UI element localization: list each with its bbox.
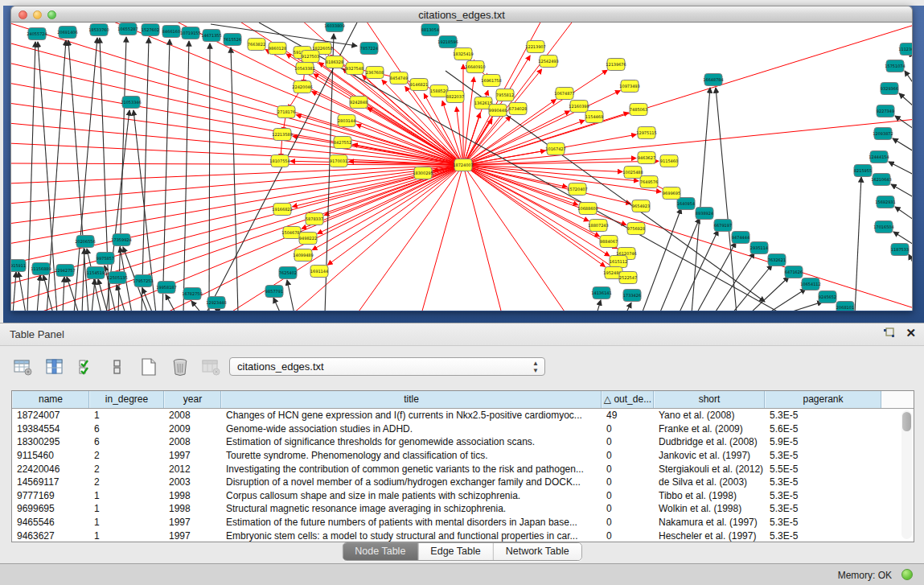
new-table-icon[interactable]	[137, 356, 161, 378]
table-cell[interactable]: 2003	[164, 476, 221, 488]
graph-node[interactable]: 19166822	[272, 204, 292, 216]
network-canvas-container[interactable]: 2405572420691406185337601065528715276028…	[10, 23, 913, 311]
table-cell[interactable]: 1997	[164, 450, 221, 461]
column-visibility-icon[interactable]	[74, 356, 98, 378]
graph-node[interactable]: 2803144	[338, 115, 355, 127]
graph-node[interactable]: 2367608	[366, 67, 384, 79]
column-header-year[interactable]: year	[164, 391, 221, 408]
graph-node[interactable]: 2522547	[619, 272, 637, 284]
graph-node[interactable]: 7485063	[630, 104, 647, 116]
table-row[interactable]: 1938455462009Genome-wide association stu…	[12, 422, 914, 436]
graph-node[interactable]: 12213589	[272, 129, 292, 141]
table-cell[interactable]: 5.3E-5	[765, 490, 881, 501]
graph-node[interactable]: 10655287	[117, 23, 138, 35]
graph-node[interactable]: 9146821	[410, 79, 428, 91]
table-cell[interactable]: Embryonic stem cells: a model to study s…	[221, 530, 602, 542]
table-cell[interactable]: 5.3E-5	[765, 450, 881, 461]
table-row[interactable]: 946554611997Estimation of the future num…	[12, 516, 914, 529]
graph-node[interactable]: 16961758	[481, 75, 501, 87]
table-cell[interactable]: Dudbridge et al. (2008)	[654, 436, 765, 447]
table-cell[interactable]: 2	[89, 476, 164, 488]
table-cell[interactable]: 5.9E-5	[765, 436, 881, 447]
table-cell[interactable]: 1	[89, 530, 164, 542]
table-cell[interactable]: 5.5E-5	[765, 463, 881, 475]
graph-node[interactable]: 9498222	[299, 233, 317, 245]
graph-node[interactable]: 1691144	[310, 266, 328, 278]
table-cell[interactable]: 0	[602, 423, 654, 435]
graph-node[interactable]: 9227349	[877, 105, 894, 117]
graph-node[interactable]: 17016504	[873, 221, 893, 233]
table-row[interactable]: 977716911998Corpus callosum shape and si…	[12, 489, 914, 503]
table-row[interactable]: 969969511998Structural magnetic resonanc…	[12, 502, 914, 516]
graph-node[interactable]: 18107554	[269, 155, 290, 167]
table-cell[interactable]: 0	[602, 463, 654, 475]
graph-node[interactable]: 16648784	[703, 74, 723, 86]
table-cell[interactable]: 5.3E-5	[765, 476, 881, 488]
graph-node[interactable]: 9884067	[600, 236, 618, 248]
close-panel-icon[interactable]: ✕	[906, 327, 916, 340]
table-cell[interactable]: 0	[602, 476, 654, 488]
network-window-titlebar[interactable]: citations_edges.txt	[10, 6, 913, 23]
graph-node[interactable]: 7649576	[640, 176, 658, 188]
graph-node[interactable]: 1187533	[891, 244, 909, 256]
table-cell[interactable]: Yano et al. (2008)	[654, 410, 765, 421]
table-settings-icon[interactable]	[11, 356, 35, 378]
graph-node[interactable]: 9463627	[638, 152, 655, 164]
table-cell[interactable]: 0	[602, 450, 654, 461]
table-selector-dropdown[interactable]: citations_edges.txt ▲▼	[229, 357, 545, 376]
table-cell[interactable]: Tibbo et al. (1998)	[654, 490, 765, 501]
graph-node[interactable]: 9860128	[269, 43, 286, 55]
graph-node[interactable]: 10973493	[619, 80, 639, 93]
graph-node[interactable]: 7663822	[248, 39, 265, 51]
table-cell[interactable]: 0	[602, 530, 654, 542]
table-cell[interactable]: 2008	[164, 410, 221, 421]
graph-node[interactable]: 8186328	[326, 56, 343, 68]
graph-node[interactable]: 18325419	[453, 48, 473, 60]
graph-node[interactable]: 8466160	[162, 26, 180, 38]
graph-node[interactable]: 11123648	[898, 43, 913, 56]
table-row[interactable]: 1830029562008Estimation of significance …	[12, 435, 914, 449]
graph-node[interactable]: 12942757	[55, 265, 75, 277]
table-row[interactable]: 946362711997Embryonic stem cells: a mode…	[12, 529, 914, 542]
graph-node[interactable]: 10167427	[545, 143, 565, 155]
graph-node[interactable]: 9654923	[632, 200, 650, 212]
graph-node[interactable]: 20206556	[75, 236, 95, 248]
table-cell[interactable]: 14569117	[12, 476, 89, 488]
table-cell[interactable]: 0	[602, 436, 654, 447]
table-cell[interactable]: 2009	[164, 423, 221, 435]
tab-edge-table[interactable]: Edge Table	[418, 543, 493, 560]
table-cell[interactable]: 6	[89, 423, 164, 435]
graph-node[interactable]: 9170031	[330, 155, 347, 167]
vertical-scrollbar[interactable]	[901, 410, 912, 539]
table-cell[interactable]: 49	[602, 410, 654, 421]
graph-node[interactable]: 5878337	[306, 213, 323, 225]
graph-node[interactable]: 1154469	[585, 111, 603, 123]
graph-node[interactable]: 20691406	[57, 27, 77, 39]
column-header-in-degree[interactable]: in_degree	[89, 391, 164, 408]
graph-node[interactable]: 18300295	[413, 167, 433, 179]
graph-node[interactable]: 9242848	[350, 97, 368, 109]
table-cell[interactable]: Tourette syndrome. Phenomenology and cla…	[221, 450, 602, 461]
table-cell[interactable]: 2	[89, 463, 164, 475]
graph-node[interactable]: 2068101	[836, 302, 854, 311]
graph-node[interactable]: 12160399	[569, 101, 589, 113]
graph-node[interactable]: 8822037	[446, 91, 464, 103]
graph-node[interactable]: 14671355	[201, 30, 221, 42]
tab-node-table[interactable]: Node Table	[343, 543, 418, 560]
graph-node[interactable]: 10543382	[294, 63, 314, 75]
table-cell[interactable]: 0	[602, 503, 654, 514]
table-cell[interactable]: 1997	[164, 530, 221, 542]
table-cell[interactable]: 1	[89, 410, 164, 421]
graph-node[interactable]: 8813054	[421, 24, 439, 36]
table-row[interactable]: 2242004622012Investigating the contribut…	[12, 462, 914, 476]
graph-node[interactable]: 9474444	[732, 232, 749, 244]
table-cell[interactable]: Wolkin et al. (1998)	[654, 503, 765, 514]
float-panel-icon[interactable]	[883, 327, 896, 340]
graph-node[interactable]: 6679197	[714, 220, 732, 232]
table-cell[interactable]: 2012	[164, 463, 221, 475]
graph-node[interactable]: 15751074	[885, 60, 905, 72]
graph-node[interactable]: 1154519	[87, 267, 105, 279]
table-cell[interactable]: 1	[89, 503, 164, 514]
graph-node[interactable]: 18807243	[588, 220, 608, 232]
graph-node[interactable]: 6734028	[509, 103, 527, 115]
